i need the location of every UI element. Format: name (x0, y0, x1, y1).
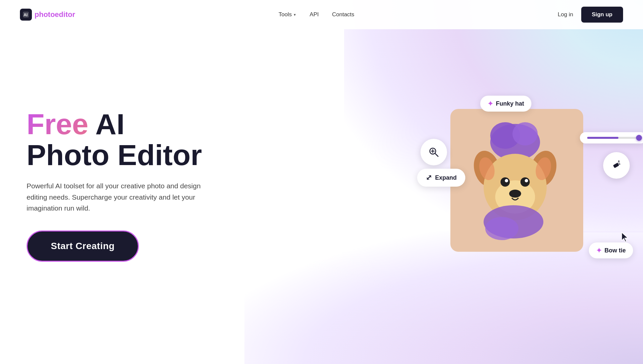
chip-expand-label: Expand (435, 174, 457, 181)
svg-point-11 (505, 179, 508, 182)
nav-tools[interactable]: Tools ▼ (279, 11, 297, 18)
hero-description: Powerful AI toolset for all your creativ… (27, 180, 219, 214)
svg-text:✦: ✦ (619, 163, 621, 165)
logo[interactable]: AI photoeditor (20, 9, 75, 21)
blob-body (480, 202, 547, 242)
hero-left: Free AI Photo Editor Powerful AI toolset… (27, 109, 219, 262)
paint-icon-circle: ✦ ✦ (603, 152, 630, 179)
expand-icon: ⤢ (426, 173, 432, 182)
hero-title-ai: AI (88, 108, 125, 140)
chip-expand: ⤢ Expand (417, 169, 465, 187)
login-button[interactable]: Log in (558, 11, 573, 18)
chip-funky-hat-label: Funky hat (496, 100, 524, 107)
nav-links: Tools ▼ API Contacts (279, 11, 354, 18)
hero-title: Free AI Photo Editor (27, 109, 219, 170)
svg-point-12 (525, 179, 528, 182)
hero-section: Free AI Photo Editor Powerful AI toolset… (0, 29, 643, 348)
dog-card (450, 109, 583, 252)
signup-button[interactable]: Sign up (581, 7, 623, 23)
svg-text:AI: AI (24, 13, 28, 17)
nav-api[interactable]: API (310, 11, 319, 18)
svg-point-17 (485, 217, 518, 240)
logo-icon: AI (20, 9, 32, 21)
slider-track (587, 137, 639, 139)
svg-line-19 (435, 153, 438, 156)
hero-title-line2: Photo Editor (27, 138, 202, 171)
zoom-icon-circle (420, 139, 447, 165)
hero-illustration: ✦ Funky hat ⤢ Expand (430, 92, 623, 278)
svg-point-9 (501, 177, 510, 187)
navbar: AI photoeditor Tools ▼ API Contacts Log … (0, 0, 643, 29)
tools-dropdown-arrow: ▼ (293, 13, 296, 17)
sparkle-icon: ✦ (488, 100, 493, 108)
hero-title-free: Free (27, 108, 88, 140)
svg-point-10 (520, 177, 530, 187)
nav-actions: Log in Sign up (558, 7, 623, 23)
slider-thumb (636, 135, 642, 141)
chip-funky-hat: ✦ Funky hat (480, 96, 531, 112)
start-creating-button[interactable]: Start Creating (27, 230, 139, 262)
cursor-icon (620, 232, 630, 245)
chip-bow-tie-label: Bow tie (604, 247, 626, 254)
logo-text: photoeditor (35, 10, 75, 19)
slider-fill (587, 137, 618, 139)
nav-contacts[interactable]: Contacts (332, 11, 354, 18)
svg-text:✦: ✦ (617, 159, 620, 163)
sparkle-bow-icon: ✦ (596, 246, 602, 254)
svg-point-13 (509, 190, 521, 198)
slider-bar[interactable] (580, 132, 643, 143)
